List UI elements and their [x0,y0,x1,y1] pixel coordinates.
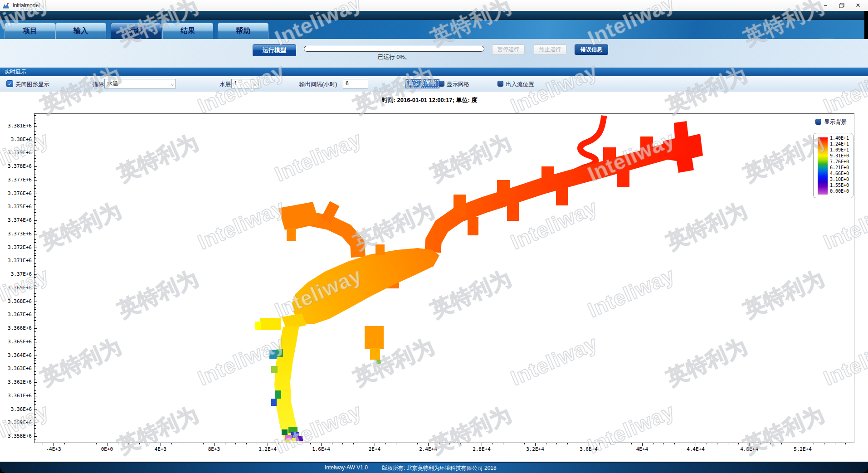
y-tick-label: 3.37E+6 [0,271,32,277]
y-major-tick [34,410,37,410]
x-minor-tick [674,443,675,444]
y-minor-tick [34,414,36,415]
y-minor-tick [34,388,36,388]
inout-flow-checkbox[interactable] [497,81,503,87]
close-button[interactable]: × [850,0,866,11]
y-minor-tick [34,420,36,420]
y-minor-tick [34,380,36,380]
run-toolbar: 运行模型 已运行 0%。 暂停运行 终止运行 错误信息 [0,39,868,68]
menu-tab-3[interactable]: 运行 [111,23,161,39]
x-minor-tick [96,443,97,444]
y-minor-tick [34,293,36,294]
menu-tab-2[interactable]: 输入 [55,23,106,39]
menu-tab-1[interactable]: 项目 [5,23,55,39]
x-tick-label: 3.6E+4 [574,446,603,452]
x-minor-tick [835,443,835,444]
screen-corner [0,468,5,473]
show-background-checkbox[interactable] [815,119,821,125]
y-tick-label: 3.363E+6 [0,366,32,371]
x-minor-tick [471,443,471,444]
x-tick-label: 1.2E+4 [253,446,282,452]
run-model-button[interactable]: 运行模型 [253,44,296,56]
y-minor-tick [34,283,36,283]
y-minor-tick [34,237,36,237]
x-minor-tick [439,443,439,444]
map-chart-area: 时间: 2016-01-01 12:00:17; 单位: 度 [0,92,868,462]
legend-value: 1.40E+1 [830,136,849,141]
x-minor-tick [449,443,450,444]
x-major-tick [214,443,215,446]
x-minor-tick [203,443,204,444]
legend-value: 1.09E+1 [830,147,849,152]
y-minor-tick [34,258,36,258]
y-minor-tick [34,399,36,399]
y-minor-tick [34,280,36,280]
x-minor-tick [342,443,343,444]
x-minor-tick [128,443,129,444]
menu-tab-4[interactable]: 结果 [162,23,213,39]
y-minor-tick [34,345,36,345]
x-minor-tick [364,443,364,444]
output-interval-input[interactable]: 6 [343,79,368,88]
y-major-tick [34,328,37,329]
y-minor-tick [34,175,36,175]
close-icon: × [856,1,860,10]
y-minor-tick [34,148,36,148]
close-graph-label: 关闭图形显示 [15,81,49,88]
y-minor-tick [34,317,36,318]
x-major-tick [161,443,161,446]
pause-run-button[interactable]: 暂停运行 [492,44,525,55]
x-minor-tick [567,443,568,444]
y-major-tick [34,248,37,248]
custom-spectrum-button[interactable]: 自定义图谱 [405,79,439,88]
y-minor-tick [34,218,36,218]
color-legend: 1.40E+11.24E+11.09E+19.31E+07.76E+06.21E… [813,133,853,198]
y-minor-tick [34,212,36,213]
detached-blob [365,326,384,364]
copyright-text: 版权所有: 北京英特利为环境科技有限公司 2018 [382,464,497,472]
y-major-tick [34,220,37,221]
x-minor-tick [417,443,418,444]
x-tick-label: 3.2E+4 [521,446,550,452]
window-title: initialmodel [13,2,40,9]
y-tick-label: 3.38E+6 [0,137,32,142]
x-minor-tick [824,443,824,444]
y-major-tick [34,207,37,207]
layer-dropdown[interactable]: 1 ˅ [231,79,258,88]
error-info-button[interactable]: 错误信息 [575,44,608,55]
close-graph-checkbox[interactable]: ✓ [6,80,13,87]
x-minor-tick [86,443,86,444]
y-minor-tick [34,374,36,375]
legend-value: 6.21E+0 [830,165,849,170]
y-tick-label: 3.378E+6 [0,163,32,169]
minimize-button[interactable]: − [817,0,834,11]
indicator-dropdown[interactable]: 水温 ˅ [104,79,176,88]
y-minor-tick [34,223,36,224]
y-minor-tick [34,431,36,431]
y-minor-tick [34,239,36,240]
y-minor-tick [34,407,36,407]
y-minor-tick [34,377,36,377]
y-major-tick [34,153,37,153]
y-minor-tick [34,134,36,135]
x-minor-tick [600,443,600,444]
show-grid-checkbox[interactable] [439,81,444,87]
inout-flow-label: 出入流位置 [506,81,534,88]
x-major-tick [321,443,322,446]
x-minor-tick [717,443,717,444]
y-minor-tick [34,250,36,251]
time-caption: 时间: 2016-01-01 12:00:17; 单位: 度 [0,96,868,104]
y-minor-tick [34,185,36,186]
restore-button[interactable] [834,0,850,11]
restore-icon [839,3,844,8]
x-minor-tick [257,443,257,444]
menu-tab-5[interactable]: 帮助 [218,23,268,39]
y-minor-tick [34,121,36,121]
stop-run-button[interactable]: 终止运行 [534,44,566,55]
y-minor-tick [34,350,36,351]
y-minor-tick [34,156,36,156]
x-minor-tick [310,443,311,444]
x-minor-tick [278,443,279,444]
y-major-tick [34,140,37,140]
x-minor-tick [332,443,332,444]
